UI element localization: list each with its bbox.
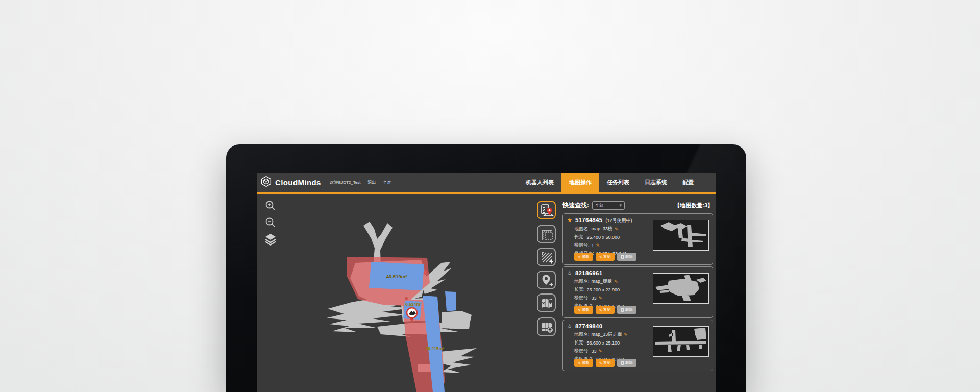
menu-item-map-operation[interactable]: 地图操作 [561, 173, 599, 194]
field-value: map_33层走廊 [592, 331, 622, 338]
welcome-text: 欢迎BJDT2_Test [330, 180, 361, 185]
top-navbar: CloudMinds 欢迎BJDT2_Test 退出 全屏 机器人列表 地图操作… [257, 173, 716, 194]
tool-measure-area-button[interactable] [537, 225, 556, 243]
pencil-icon: ✎ [599, 361, 602, 365]
location-pin-add-icon [540, 274, 553, 287]
map-id: 87749840 [575, 323, 603, 329]
delete-button[interactable]: 删除 [617, 306, 636, 314]
map-zoom-controls [264, 199, 277, 246]
menu-item-robot-list[interactable]: 机器人列表 [518, 173, 561, 194]
favorite-star-icon[interactable]: ★ [567, 217, 572, 224]
field-value: 56.600 x 25.100 [587, 340, 620, 346]
field-label: 长宽: [574, 286, 585, 293]
brand-name: CloudMinds [275, 178, 321, 187]
tool-add-virtual-wall-button[interactable] [537, 248, 556, 266]
field-value: 23.200 x 22.900 [587, 287, 620, 292]
tool-add-location-button[interactable] [537, 271, 556, 289]
map-tool-column [537, 201, 556, 341]
field-value: 1 [592, 243, 594, 248]
map-card: ☆ 87749840 地图名:map_33层走廊✎ 长宽:56.600 x 25… [562, 320, 713, 371]
area-label: 8.614m² [405, 302, 422, 307]
area-label: 40.519m² [386, 274, 407, 279]
pencil-icon: ✎ [578, 308, 581, 312]
chevron-down-icon: ▾ [619, 203, 622, 208]
copy-button[interactable]: ✎复制 [596, 359, 615, 367]
edit-pencil-icon[interactable]: ✎ [599, 296, 603, 301]
field-label: 楼层号: [574, 242, 590, 249]
delete-button[interactable]: 删除 [617, 253, 636, 261]
measure-ruler-icon [540, 228, 553, 241]
map-count-label: 【地图数量:3】 [674, 202, 713, 209]
map-id: 82186961 [575, 270, 603, 276]
field-label: 楼层号: [574, 295, 590, 301]
field-label: 地图名: [574, 331, 590, 338]
zoom-in-icon [264, 200, 277, 212]
field-label: 地图名: [574, 226, 590, 232]
map-id: 51764845 [575, 217, 603, 223]
area-label: 80.215m² [426, 346, 445, 351]
pencil-icon: ✎ [578, 361, 581, 365]
map-card: ★ 51764845 (12号使用中) 地图名:map_33楼✎ 长宽:25.4… [562, 213, 713, 265]
zoom-out-button[interactable] [264, 216, 277, 229]
edit-pencil-icon[interactable]: ✎ [599, 349, 603, 354]
panel-header: 快速查找: 全部 ▾ 【地图数量:3】 [562, 200, 713, 210]
zoom-in-button[interactable] [264, 199, 277, 212]
filter-dropdown[interactable]: 全部 ▾ [592, 201, 625, 210]
pencil-icon: ✎ [599, 255, 602, 259]
zoom-out-icon [264, 216, 277, 229]
modify-button[interactable]: ✎修改 [574, 253, 593, 261]
map-thumbnail [653, 326, 709, 357]
trash-icon [621, 255, 624, 259]
app-screen: CloudMinds 欢迎BJDT2_Test 退出 全屏 机器人列表 地图操作… [257, 173, 716, 392]
edit-pencil-icon[interactable]: ✎ [596, 243, 600, 248]
cloudminds-logo-icon [260, 176, 272, 189]
field-label: 地图名: [574, 278, 590, 285]
copy-button[interactable]: ✎复制 [596, 253, 615, 261]
field-value: map_腿腿 [592, 278, 612, 285]
logout-link[interactable]: 退出 [368, 180, 376, 185]
map-status: (12号使用中) [605, 217, 632, 224]
menu-item-log-system[interactable]: 日志系统 [637, 173, 675, 194]
quick-find-label: 快速查找: [562, 201, 589, 210]
tool-upload-map-button[interactable] [537, 317, 556, 336]
fullscreen-link[interactable]: 全屏 [383, 180, 391, 185]
task-area [445, 291, 456, 311]
layers-icon [264, 233, 277, 246]
delete-button[interactable]: 删除 [617, 359, 636, 367]
field-label: 楼层号: [574, 348, 590, 354]
favorite-star-icon[interactable]: ☆ [567, 270, 572, 277]
map-card: ☆ 82186961 地图名:map_腿腿✎ 长宽:23.200 x 22.90… [562, 266, 713, 318]
task-checklist-pin-icon [540, 203, 554, 217]
filter-selected-value: 全部 [595, 203, 619, 208]
layers-button[interactable] [264, 233, 277, 246]
map-thumbnail [653, 220, 709, 251]
trash-icon [621, 361, 624, 365]
copy-button[interactable]: ✎复制 [596, 306, 615, 314]
modify-button[interactable]: ✎修改 [574, 306, 593, 314]
folded-map-marker-icon [540, 297, 553, 310]
page-background: CloudMinds 欢迎BJDT2_Test 退出 全屏 机器人列表 地图操作… [0, 0, 980, 392]
field-value: 33 [592, 349, 597, 354]
map-upload-icon [540, 321, 553, 334]
trash-icon [621, 308, 624, 312]
tool-task-checklist-button[interactable] [537, 201, 556, 219]
main-menu: 机器人列表 地图操作 任务列表 日志系统 配置 [518, 173, 701, 194]
pencil-icon: ✎ [578, 255, 581, 259]
map-thumbnail [653, 273, 709, 304]
field-value: 25.400 x 50.000 [587, 235, 620, 240]
map-list-panel: 快速查找: 全部 ▾ 【地图数量:3】 ★ 51764845 (12号使用中) … [562, 200, 713, 373]
edit-pencil-icon[interactable]: ✎ [624, 332, 628, 337]
field-label: 长宽: [574, 339, 585, 346]
field-label: 长宽: [574, 234, 585, 240]
menu-item-config[interactable]: 配置 [675, 173, 701, 194]
menu-item-task-list[interactable]: 任务列表 [599, 173, 637, 194]
field-value: 33 [592, 296, 597, 301]
edit-pencil-icon[interactable]: ✎ [615, 227, 619, 232]
hatched-area-add-icon [540, 251, 553, 264]
brand: CloudMinds [260, 176, 321, 189]
modify-button[interactable]: ✎修改 [574, 359, 593, 367]
favorite-star-icon[interactable]: ☆ [567, 323, 572, 330]
edit-pencil-icon[interactable]: ✎ [614, 279, 618, 284]
pencil-icon: ✎ [599, 308, 602, 312]
tool-map-marker-button[interactable] [537, 293, 556, 312]
